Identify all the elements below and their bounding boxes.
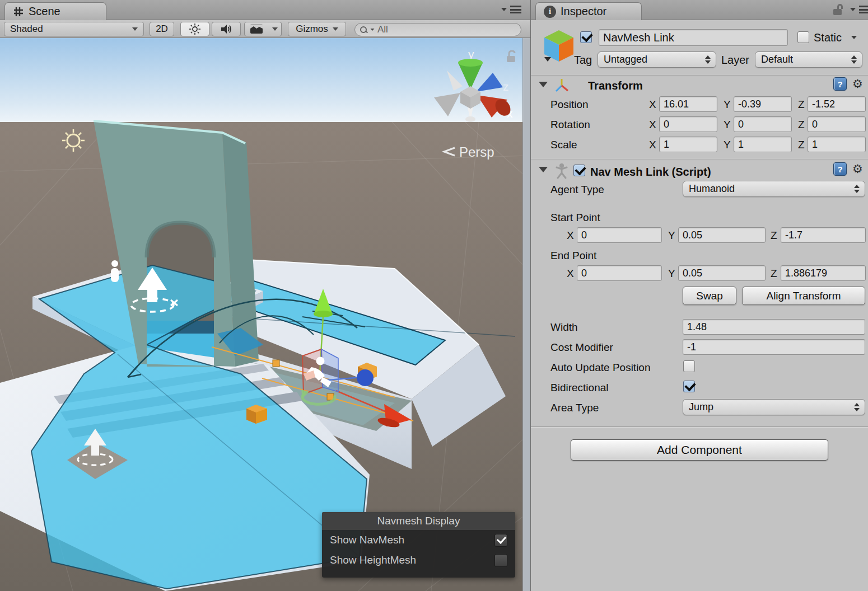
- cost-modifier-label: Cost Modifier: [550, 341, 613, 354]
- divider: [531, 426, 868, 428]
- cost-modifier-field[interactable]: -1: [683, 339, 865, 355]
- inspector-tabbar: i Inspector: [531, 0, 868, 20]
- agent-type-dropdown[interactable]: Humanoid: [683, 181, 865, 197]
- position-z-field[interactable]: -1.52: [808, 96, 866, 112]
- tab-scene-label: Scene: [29, 5, 60, 18]
- audio-toggle-button[interactable]: [212, 22, 241, 36]
- align-transform-button[interactable]: Align Transform: [742, 287, 865, 305]
- show-navmesh-checkbox[interactable]: [494, 534, 507, 547]
- axis-x: X: [649, 139, 656, 151]
- navmeshlink-title: Nav Mesh Link (Script): [590, 166, 711, 179]
- end-point-label: End Point: [550, 250, 596, 262]
- help-icon[interactable]: ?: [833, 77, 847, 91]
- tab-scene[interactable]: Scene: [4, 2, 106, 20]
- gizmos-dropdown[interactable]: Gizmos: [288, 22, 346, 36]
- shading-mode-dropdown[interactable]: Shaded: [4, 22, 144, 36]
- auto-update-checkbox[interactable]: [683, 360, 695, 372]
- layer-label: Layer: [721, 54, 749, 67]
- axis-y: Y: [724, 139, 731, 151]
- link-endpoint-cube: [246, 405, 267, 424]
- info-icon: i: [544, 6, 556, 18]
- tab-inspector[interactable]: i Inspector: [535, 2, 642, 20]
- show-navmesh-label: Show NavMesh: [330, 534, 404, 546]
- axis-z: Z: [798, 119, 805, 131]
- tag-dropdown[interactable]: Untagged: [598, 51, 716, 68]
- search-input[interactable]: All: [354, 23, 521, 36]
- area-type-dropdown[interactable]: Jump: [683, 399, 865, 415]
- scene-toolbar: Shaded 2D: [0, 20, 530, 38]
- agent-type-label: Agent Type: [550, 184, 604, 196]
- axis-x: X: [567, 268, 574, 280]
- overlay-row-showheightmesh: Show HeightMesh: [322, 550, 515, 570]
- inspector-body: NavMesh Link Static Tag Untagged Layer D…: [531, 20, 868, 591]
- transform-icon: [553, 77, 570, 94]
- position-x-field[interactable]: 16.01: [659, 96, 717, 112]
- layer-dropdown[interactable]: Default: [755, 51, 862, 68]
- axis-z: Z: [771, 268, 777, 280]
- gameobject-name-field[interactable]: NavMesh Link: [599, 29, 788, 46]
- navmeshlink-enabled-checkbox[interactable]: [573, 165, 585, 176]
- end-x-field[interactable]: 0: [577, 265, 662, 281]
- divider: [531, 159, 868, 160]
- scale-y-field[interactable]: 1: [734, 137, 792, 152]
- 2d-toggle-button[interactable]: 2D: [150, 22, 174, 36]
- effects-dropdown[interactable]: [268, 22, 282, 36]
- lighting-toggle-button[interactable]: [180, 22, 209, 36]
- image-icon: [250, 24, 263, 34]
- rotation-z-field[interactable]: 0: [808, 116, 866, 132]
- gear-icon[interactable]: ⚙: [852, 77, 863, 91]
- help-icon[interactable]: ?: [833, 162, 847, 176]
- start-x-field[interactable]: 0: [577, 227, 662, 243]
- static-dropdown-icon[interactable]: [851, 36, 857, 39]
- static-checkbox[interactable]: [797, 31, 809, 43]
- show-heightmesh-checkbox[interactable]: [494, 554, 507, 567]
- rotation-y-field[interactable]: 0: [734, 116, 792, 132]
- effects-toggle-button[interactable]: [244, 22, 269, 36]
- swap-button[interactable]: Swap: [683, 287, 736, 305]
- scene-tab-menu[interactable]: [501, 6, 521, 13]
- end-z-field[interactable]: 1.886179: [781, 265, 866, 281]
- start-z-field[interactable]: -1.7: [781, 227, 866, 243]
- inspector-lock[interactable]: [833, 4, 842, 15]
- overlay-title[interactable]: Navmesh Display: [322, 512, 515, 530]
- bidirectional-checkbox[interactable]: [683, 381, 695, 392]
- axis-y: Y: [668, 268, 675, 280]
- gizmos-label: Gizmos: [296, 24, 328, 35]
- gameobject-cube-icon[interactable]: [543, 29, 575, 64]
- agent-type-value: Humanoid: [689, 183, 735, 194]
- scene-viewport[interactable]: y z x Persp: [0, 38, 530, 591]
- position-y-field[interactable]: -0.39: [734, 96, 792, 112]
- inspector-menu[interactable]: [850, 6, 868, 13]
- width-field[interactable]: 1.48: [683, 319, 865, 335]
- axis-z: Z: [771, 229, 777, 242]
- show-heightmesh-label: Show HeightMesh: [330, 554, 416, 566]
- axis-y: Y: [724, 98, 731, 111]
- gameobject-active-checkbox[interactable]: [580, 31, 592, 43]
- start-y-field[interactable]: 0.05: [678, 227, 766, 243]
- agent-figure: [111, 260, 119, 282]
- navmeshlink-foldout[interactable]: [539, 167, 548, 172]
- gear-icon[interactable]: ⚙: [852, 162, 863, 176]
- unlock-icon: [833, 4, 842, 15]
- grid-icon: [13, 6, 24, 17]
- pane-menu-icon[interactable]: [510, 6, 521, 13]
- axis-y: Y: [668, 229, 675, 242]
- tab-inspector-label: Inspector: [561, 5, 606, 18]
- pane-dropdown-icon[interactable]: [850, 8, 856, 11]
- scene-tabbar: Scene: [0, 0, 530, 20]
- add-component-button[interactable]: Add Component: [571, 439, 828, 461]
- chevron-down-icon: [333, 27, 338, 31]
- rotation-x-field[interactable]: 0: [659, 116, 717, 132]
- search-icon: [360, 26, 367, 34]
- scale-x-field[interactable]: 1: [659, 137, 717, 152]
- bidirectional-label: Bidirectional: [550, 382, 609, 394]
- rotation-label: Rotation: [550, 119, 590, 131]
- pane-menu-icon[interactable]: [859, 6, 868, 13]
- transform-foldout[interactable]: [539, 82, 548, 87]
- scale-z-field[interactable]: 1: [808, 137, 866, 152]
- pane-dropdown-icon[interactable]: [501, 8, 507, 11]
- tag-value: Untagged: [604, 54, 647, 65]
- static-label: Static: [814, 31, 842, 44]
- axis-y-label: y: [468, 48, 474, 60]
- end-y-field[interactable]: 0.05: [678, 265, 766, 281]
